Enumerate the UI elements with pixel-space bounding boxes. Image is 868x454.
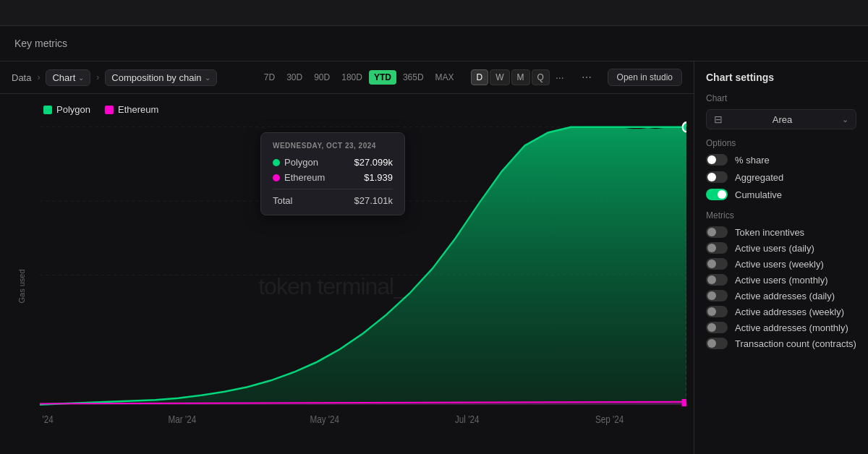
active-users-weekly-label: Active users (weekly) bbox=[735, 259, 824, 270]
svg-text:Jan '24: Jan '24 bbox=[40, 414, 54, 425]
active-addresses-weekly-label: Active addresses (weekly) bbox=[735, 307, 844, 317]
active-addresses-monthly-toggle[interactable] bbox=[706, 322, 728, 333]
chart-header: Data › Chart ⌄ › Composition by chain ⌄ … bbox=[0, 61, 694, 94]
metric-active-addresses-monthly: Active addresses (monthly) bbox=[706, 322, 856, 333]
time-90d[interactable]: 90D bbox=[309, 70, 335, 85]
metric-active-addresses-weekly: Active addresses (weekly) bbox=[706, 306, 856, 317]
tooltip-ethereum-dot bbox=[273, 174, 280, 181]
time-365d[interactable]: 365D bbox=[398, 70, 429, 85]
time-180d[interactable]: 180D bbox=[336, 70, 367, 85]
sidebar-chart-section: Chart bbox=[706, 93, 856, 103]
aggregated-label: Aggregated bbox=[735, 172, 783, 183]
legend-polygon-label: Polygon bbox=[56, 104, 90, 115]
active-users-monthly-toggle[interactable] bbox=[706, 274, 728, 286]
tooltip-polygon-dot bbox=[273, 159, 280, 166]
tooltip-ethereum-val: $1.939 bbox=[364, 172, 393, 183]
time-controls: 7D 30D 90D 180D YTD 365D MAX bbox=[259, 70, 459, 85]
chart-select-label: Chart bbox=[52, 72, 75, 83]
chart-tooltip: WEDNESDAY, OCT 23, 2024 Polygon $27.099k… bbox=[260, 132, 405, 215]
options-section-label: Options bbox=[706, 138, 856, 148]
pct-share-toggle[interactable] bbox=[706, 154, 728, 166]
metric-active-users-weekly: Active users (weekly) bbox=[706, 258, 856, 270]
tooltip-ethereum-name: Ethereum bbox=[284, 172, 325, 183]
time-7d[interactable]: 7D bbox=[259, 70, 280, 85]
chart-select-arrow: ⌄ bbox=[78, 74, 84, 82]
key-metrics-label: Key metrics bbox=[14, 38, 67, 49]
toggle-cumulative: Cumulative bbox=[706, 189, 856, 200]
composition-select-label: Composition by chain bbox=[111, 72, 201, 83]
legend-ethereum: Ethereum bbox=[105, 104, 158, 115]
metric-active-addresses-daily: Active addresses (daily) bbox=[706, 290, 856, 301]
more-period-btn[interactable]: ··· bbox=[551, 69, 569, 85]
area-chart-icon: ⊟ bbox=[714, 113, 723, 125]
period-q[interactable]: Q bbox=[532, 69, 550, 85]
top-bar bbox=[0, 0, 868, 26]
sidebar: Chart settings Chart ⊟ Area ⌄ Options % … bbox=[694, 61, 868, 454]
chart-svg-wrapper: Gas used token terminal_ WEDNESDAY, OCT … bbox=[0, 118, 694, 454]
metrics-section-label: Metrics bbox=[706, 210, 856, 220]
legend-ethereum-dot bbox=[105, 106, 114, 114]
period-m[interactable]: M bbox=[511, 69, 530, 85]
token-incentives-toggle[interactable] bbox=[706, 226, 728, 238]
composition-select[interactable]: Composition by chain ⌄ bbox=[105, 69, 216, 86]
period-d[interactable]: D bbox=[471, 69, 489, 85]
chart-area: Data › Chart ⌄ › Composition by chain ⌄ … bbox=[0, 61, 694, 454]
chart-type-selector[interactable]: ⊟ Area ⌄ bbox=[706, 109, 856, 129]
toggle-aggregated: Aggregated bbox=[706, 171, 856, 183]
tooltip-row-ethereum: Ethereum $1.939 bbox=[273, 172, 393, 183]
chart-legend: Polygon Ethereum bbox=[0, 101, 694, 118]
composition-select-arrow: ⌄ bbox=[205, 74, 210, 82]
metric-active-users-monthly: Active users (monthly) bbox=[706, 274, 856, 286]
legend-ethereum-label: Ethereum bbox=[118, 104, 158, 115]
period-controls: D W M Q ··· bbox=[471, 69, 569, 85]
time-ytd[interactable]: YTD bbox=[369, 70, 396, 85]
active-users-monthly-label: Active users (monthly) bbox=[735, 275, 828, 286]
tooltip-ethereum-label: Ethereum bbox=[273, 172, 325, 183]
active-users-daily-toggle[interactable] bbox=[706, 242, 728, 254]
toggle-pct-share: % share bbox=[706, 154, 856, 166]
pct-share-label: % share bbox=[735, 155, 770, 166]
tooltip-date: WEDNESDAY, OCT 23, 2024 bbox=[273, 142, 393, 150]
time-30d[interactable]: 30D bbox=[281, 70, 307, 85]
chart-type-value: Area bbox=[773, 114, 792, 125]
chart-select[interactable]: Chart ⌄ bbox=[46, 69, 90, 86]
breadcrumb-data: Data bbox=[12, 72, 31, 83]
sidebar-title: Chart settings bbox=[706, 72, 856, 83]
tooltip-total-label: Total bbox=[273, 195, 292, 206]
tooltip-polygon-val: $27.099k bbox=[354, 157, 393, 168]
ethereum-hover-dot bbox=[682, 399, 686, 406]
tooltip-total-row: Total $27.101k bbox=[273, 195, 393, 206]
main-layout: Data › Chart ⌄ › Composition by chain ⌄ … bbox=[0, 61, 868, 454]
aggregated-toggle[interactable] bbox=[706, 171, 728, 183]
svg-text:Mar '24: Mar '24 bbox=[169, 414, 197, 425]
time-max[interactable]: MAX bbox=[430, 70, 459, 85]
legend-polygon-dot bbox=[43, 106, 52, 114]
transaction-count-toggle[interactable] bbox=[706, 338, 728, 349]
metric-transaction-count: Transaction count (contracts) bbox=[706, 338, 856, 349]
tooltip-polygon-label: Polygon bbox=[273, 157, 318, 168]
cumulative-label: Cumulative bbox=[735, 189, 782, 200]
transaction-count-label: Transaction count (contracts) bbox=[735, 338, 856, 349]
tooltip-polygon-name: Polygon bbox=[284, 157, 318, 168]
options-btn[interactable]: ⋯ bbox=[577, 69, 596, 85]
active-addresses-weekly-toggle[interactable] bbox=[706, 306, 728, 317]
key-metrics-bar: Key metrics bbox=[0, 26, 868, 61]
svg-text:Jul '24: Jul '24 bbox=[455, 414, 479, 425]
active-addresses-daily-label: Active addresses (daily) bbox=[735, 291, 835, 301]
tooltip-divider bbox=[273, 189, 393, 189]
tooltip-total-val: $27.101k bbox=[354, 195, 393, 206]
token-incentives-label: Token incentives bbox=[735, 227, 804, 238]
period-w[interactable]: W bbox=[490, 69, 509, 85]
active-addresses-daily-toggle[interactable] bbox=[706, 290, 728, 301]
active-users-weekly-toggle[interactable] bbox=[706, 258, 728, 270]
svg-text:Sep '24: Sep '24 bbox=[595, 414, 624, 425]
cumulative-toggle[interactable] bbox=[706, 189, 728, 200]
breadcrumb-sep-2: › bbox=[96, 72, 99, 82]
polygon-hover-dot bbox=[683, 122, 686, 132]
active-addresses-monthly-label: Active addresses (monthly) bbox=[735, 322, 848, 333]
open-studio-button[interactable]: Open in studio bbox=[608, 69, 682, 86]
legend-polygon: Polygon bbox=[43, 104, 90, 115]
breadcrumb-sep-1: › bbox=[37, 72, 40, 82]
metric-token-incentives: Token incentives bbox=[706, 226, 856, 238]
svg-text:May '24: May '24 bbox=[310, 414, 339, 425]
